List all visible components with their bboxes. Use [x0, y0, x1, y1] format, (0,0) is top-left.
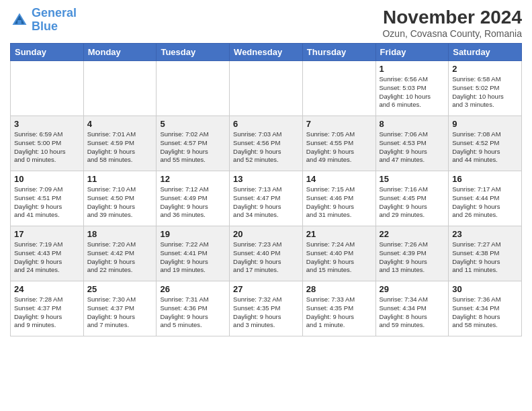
calendar-header-row: Sunday Monday Tuesday Wednesday Thursday… — [11, 44, 522, 61]
table-row: 20Sunrise: 7:23 AM Sunset: 4:40 PM Dayli… — [230, 226, 303, 281]
table-row: 18Sunrise: 7:20 AM Sunset: 4:42 PM Dayli… — [83, 226, 157, 281]
table-row: 25Sunrise: 7:30 AM Sunset: 4:37 PM Dayli… — [83, 281, 157, 336]
day-info: Sunrise: 7:13 AM Sunset: 4:47 PM Dayligh… — [233, 185, 299, 220]
title-block: November 2024 Ozun, Covasna County, Roma… — [382, 7, 522, 39]
day-info: Sunrise: 7:20 AM Sunset: 4:42 PM Dayligh… — [87, 240, 153, 275]
day-number: 21 — [306, 229, 372, 239]
day-number: 16 — [452, 174, 518, 184]
day-number: 28 — [306, 284, 372, 294]
day-number: 25 — [87, 284, 153, 294]
day-info: Sunrise: 7:03 AM Sunset: 4:56 PM Dayligh… — [233, 130, 299, 165]
day-info: Sunrise: 7:06 AM Sunset: 4:53 PM Dayligh… — [380, 130, 445, 165]
day-info: Sunrise: 7:26 AM Sunset: 4:39 PM Dayligh… — [380, 240, 445, 275]
table-row: 8Sunrise: 7:06 AM Sunset: 4:53 PM Daylig… — [375, 116, 449, 171]
day-number: 19 — [160, 229, 226, 239]
day-info: Sunrise: 7:28 AM Sunset: 4:37 PM Dayligh… — [14, 295, 80, 330]
table-row: 3Sunrise: 6:59 AM Sunset: 5:00 PM Daylig… — [11, 116, 84, 171]
header-sunday: Sunday — [11, 44, 84, 61]
table-row: 16Sunrise: 7:17 AM Sunset: 4:44 PM Dayli… — [449, 171, 522, 226]
day-info: Sunrise: 7:33 AM Sunset: 4:35 PM Dayligh… — [306, 295, 372, 330]
header-friday: Friday — [375, 44, 449, 61]
day-number: 27 — [233, 284, 299, 294]
day-number: 18 — [87, 229, 153, 239]
day-number: 20 — [233, 229, 299, 239]
header-thursday: Thursday — [302, 44, 375, 61]
day-number: 29 — [380, 284, 445, 294]
table-row — [157, 61, 230, 116]
table-row: 15Sunrise: 7:16 AM Sunset: 4:45 PM Dayli… — [375, 171, 449, 226]
table-row: 10Sunrise: 7:09 AM Sunset: 4:51 PM Dayli… — [11, 171, 84, 226]
day-number: 10 — [14, 174, 80, 184]
day-number: 17 — [14, 229, 80, 239]
day-info: Sunrise: 7:15 AM Sunset: 4:46 PM Dayligh… — [306, 185, 372, 220]
day-number: 13 — [233, 174, 299, 184]
day-info: Sunrise: 7:05 AM Sunset: 4:55 PM Dayligh… — [306, 130, 372, 165]
day-info: Sunrise: 7:16 AM Sunset: 4:45 PM Dayligh… — [380, 185, 445, 220]
table-row: 21Sunrise: 7:24 AM Sunset: 4:40 PM Dayli… — [302, 226, 375, 281]
calendar-week-3: 10Sunrise: 7:09 AM Sunset: 4:51 PM Dayli… — [11, 171, 522, 226]
day-number: 1 — [380, 64, 445, 74]
table-row: 19Sunrise: 7:22 AM Sunset: 4:41 PM Dayli… — [157, 226, 230, 281]
day-number: 9 — [452, 119, 518, 129]
day-number: 15 — [380, 174, 445, 184]
header-monday: Monday — [83, 44, 157, 61]
day-info: Sunrise: 7:30 AM Sunset: 4:37 PM Dayligh… — [87, 295, 153, 330]
day-info: Sunrise: 7:34 AM Sunset: 4:34 PM Dayligh… — [380, 295, 445, 330]
header-saturday: Saturday — [449, 44, 522, 61]
day-number: 14 — [306, 174, 372, 184]
day-info: Sunrise: 7:31 AM Sunset: 4:36 PM Dayligh… — [160, 295, 226, 330]
day-number: 22 — [380, 229, 445, 239]
day-info: Sunrise: 6:56 AM Sunset: 5:03 PM Dayligh… — [380, 75, 445, 109]
day-info: Sunrise: 7:23 AM Sunset: 4:40 PM Dayligh… — [233, 240, 299, 275]
day-info: Sunrise: 7:27 AM Sunset: 4:38 PM Dayligh… — [452, 240, 518, 275]
day-number: 30 — [452, 284, 518, 294]
day-info: Sunrise: 7:36 AM Sunset: 4:34 PM Dayligh… — [452, 295, 518, 330]
logo-general: General — [32, 6, 77, 19]
svg-rect-2 — [17, 20, 21, 25]
table-row: 14Sunrise: 7:15 AM Sunset: 4:46 PM Dayli… — [302, 171, 375, 226]
day-info: Sunrise: 7:01 AM Sunset: 4:59 PM Dayligh… — [87, 130, 153, 165]
table-row: 17Sunrise: 7:19 AM Sunset: 4:43 PM Dayli… — [11, 226, 84, 281]
day-number: 4 — [87, 119, 153, 129]
table-row — [83, 61, 157, 116]
table-row: 9Sunrise: 7:08 AM Sunset: 4:52 PM Daylig… — [449, 116, 522, 171]
day-number: 2 — [452, 64, 518, 74]
location-subtitle: Ozun, Covasna County, Romania — [382, 28, 522, 39]
logo-blue: Blue — [32, 20, 77, 34]
day-number: 7 — [306, 119, 372, 129]
calendar-week-5: 24Sunrise: 7:28 AM Sunset: 4:37 PM Dayli… — [11, 281, 522, 336]
day-number: 23 — [452, 229, 518, 239]
table-row: 12Sunrise: 7:12 AM Sunset: 4:49 PM Dayli… — [157, 171, 230, 226]
day-info: Sunrise: 7:19 AM Sunset: 4:43 PM Dayligh… — [14, 240, 80, 275]
table-row — [11, 61, 84, 116]
table-row: 30Sunrise: 7:36 AM Sunset: 4:34 PM Dayli… — [449, 281, 522, 336]
table-row: 22Sunrise: 7:26 AM Sunset: 4:39 PM Dayli… — [375, 226, 449, 281]
day-info: Sunrise: 6:58 AM Sunset: 5:02 PM Dayligh… — [452, 75, 518, 109]
day-info: Sunrise: 6:59 AM Sunset: 5:00 PM Dayligh… — [14, 130, 80, 165]
day-info: Sunrise: 7:12 AM Sunset: 4:49 PM Dayligh… — [160, 185, 226, 220]
logo-icon — [10, 11, 29, 30]
day-number: 5 — [160, 119, 226, 129]
day-number: 8 — [380, 119, 445, 129]
table-row: 29Sunrise: 7:34 AM Sunset: 4:34 PM Dayli… — [375, 281, 449, 336]
day-number: 3 — [14, 119, 80, 129]
table-row: 28Sunrise: 7:33 AM Sunset: 4:35 PM Dayli… — [302, 281, 375, 336]
day-number: 26 — [160, 284, 226, 294]
day-info: Sunrise: 7:24 AM Sunset: 4:40 PM Dayligh… — [306, 240, 372, 275]
day-number: 6 — [233, 119, 299, 129]
table-row: 4Sunrise: 7:01 AM Sunset: 4:59 PM Daylig… — [83, 116, 157, 171]
table-row: 23Sunrise: 7:27 AM Sunset: 4:38 PM Dayli… — [449, 226, 522, 281]
table-row: 27Sunrise: 7:32 AM Sunset: 4:35 PM Dayli… — [230, 281, 303, 336]
logo: General Blue — [10, 7, 77, 34]
header-tuesday: Tuesday — [157, 44, 230, 61]
header-wednesday: Wednesday — [230, 44, 303, 61]
day-number: 24 — [14, 284, 80, 294]
day-info: Sunrise: 7:10 AM Sunset: 4:50 PM Dayligh… — [87, 185, 153, 220]
day-number: 11 — [87, 174, 153, 184]
day-info: Sunrise: 7:32 AM Sunset: 4:35 PM Dayligh… — [233, 295, 299, 330]
table-row — [230, 61, 303, 116]
table-row: 5Sunrise: 7:02 AM Sunset: 4:57 PM Daylig… — [157, 116, 230, 171]
logo-text: General Blue — [32, 7, 77, 34]
calendar-table: Sunday Monday Tuesday Wednesday Thursday… — [10, 43, 522, 336]
day-info: Sunrise: 7:02 AM Sunset: 4:57 PM Dayligh… — [160, 130, 226, 165]
